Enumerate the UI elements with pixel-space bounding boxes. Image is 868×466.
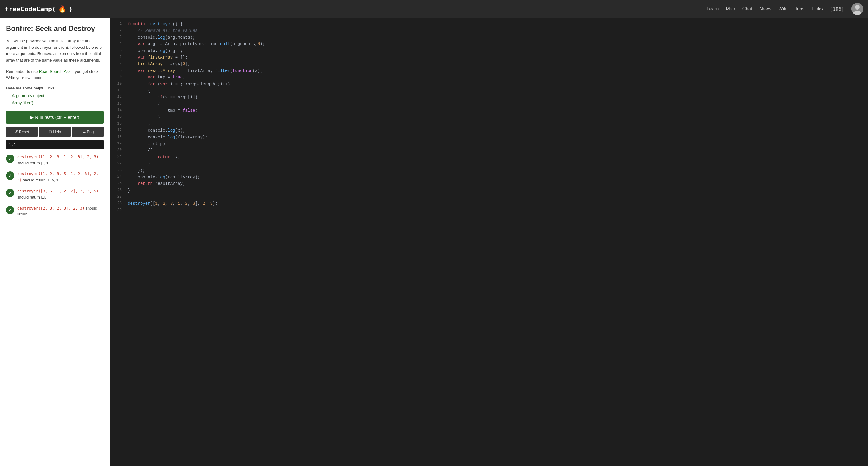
- logo[interactable]: freeCodeCamp(🔥): [5, 5, 72, 13]
- test-result-3: ✓ destroyer([3, 5, 1, 2, 2], 2, 3, 5) sh…: [6, 188, 104, 201]
- helpful-links-label: Here are some helpful links:: [6, 86, 104, 90]
- test-pass-icon-1: ✓: [6, 154, 14, 163]
- logo-text: freeCodeCamp(: [5, 5, 56, 13]
- nav-learn[interactable]: Learn: [707, 6, 719, 11]
- helpful-links: Arguments object Array.filter(): [6, 93, 104, 105]
- left-panel: Bonfire: Seek and Destroy You will be pr…: [0, 18, 110, 466]
- test-result-4: ✓ destroyer([2, 3, 2, 3], 2, 3) should r…: [6, 205, 104, 218]
- header: freeCodeCamp(🔥) Learn Map Chat News Wiki…: [0, 0, 868, 18]
- svg-point-1: [855, 5, 860, 9]
- test-text-3: destroyer([3, 5, 1, 2, 2], 2, 3, 5) shou…: [17, 188, 104, 201]
- main-container: Bonfire: Seek and Destroy You will be pr…: [0, 18, 868, 466]
- test-result-1: ✓ destroyer([1, 2, 3, 1, 2, 3], 2, 3) sh…: [6, 154, 104, 167]
- test-text-2: destroyer([1, 2, 3, 5, 1, 2, 3], 2, 3) s…: [17, 171, 104, 183]
- nav-jobs[interactable]: Jobs: [795, 6, 805, 11]
- helpful-link-arguments[interactable]: Arguments object: [12, 93, 104, 98]
- test-pass-icon-3: ✓: [6, 189, 14, 197]
- bug-button[interactable]: ☁ Bug: [72, 126, 104, 137]
- test-text-1: destroyer([1, 2, 3, 1, 2, 3], 2, 3) shou…: [17, 154, 104, 167]
- remember-text: Remember to use Read-Search-Ask if you g…: [6, 68, 104, 81]
- code-editor[interactable]: 1function destroyer() { 2 // Remove all …: [110, 21, 868, 214]
- action-buttons: ↺ Reset ⊟ Help ☁ Bug: [6, 126, 104, 137]
- challenge-description: You will be provided with an initial arr…: [6, 38, 104, 63]
- help-button[interactable]: ⊟ Help: [39, 126, 71, 137]
- challenge-title: Bonfire: Seek and Destroy: [6, 24, 104, 33]
- points-badge: [196]: [830, 6, 844, 12]
- logo-flame: 🔥: [58, 5, 66, 13]
- avatar[interactable]: [851, 3, 863, 15]
- code-editor-panel[interactable]: 1function destroyer() { 2 // Remove all …: [110, 18, 868, 466]
- test-result-2: ✓ destroyer([1, 2, 3, 5, 1, 2, 3], 2, 3)…: [6, 171, 104, 183]
- test-text-4: destroyer([2, 3, 2, 3], 2, 3) should ret…: [17, 205, 104, 218]
- nav-news[interactable]: News: [759, 6, 771, 11]
- read-search-ask-link[interactable]: Read-Search-Ask: [39, 69, 71, 74]
- main-nav: Learn Map Chat News Wiki Jobs Links [196…: [707, 3, 863, 15]
- nav-links[interactable]: Links: [811, 6, 823, 11]
- helpful-link-filter[interactable]: Array.filter(): [12, 100, 104, 105]
- reset-button[interactable]: ↺ Reset: [6, 126, 38, 137]
- test-pass-icon-2: ✓: [6, 172, 14, 180]
- cursor-position: 1,1: [6, 140, 104, 149]
- run-tests-button[interactable]: ▶ Run tests (ctrl + enter): [6, 111, 104, 124]
- test-results: ✓ destroyer([1, 2, 3, 1, 2, 3], 2, 3) sh…: [6, 154, 104, 217]
- nav-map[interactable]: Map: [726, 6, 735, 11]
- nav-wiki[interactable]: Wiki: [778, 6, 787, 11]
- nav-chat[interactable]: Chat: [742, 6, 752, 11]
- test-pass-icon-4: ✓: [6, 206, 14, 214]
